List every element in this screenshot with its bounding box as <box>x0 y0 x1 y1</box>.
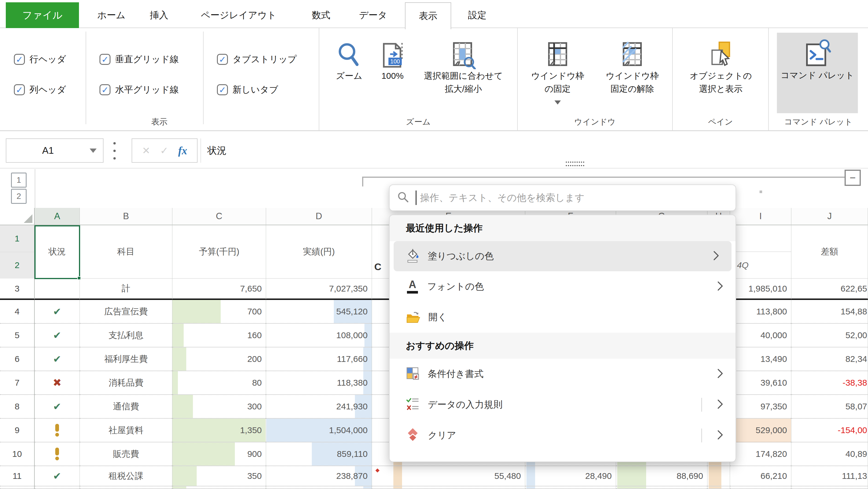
row-header-8[interactable]: 8 <box>0 395 35 419</box>
cell-E11[interactable]: 55,480 <box>372 466 525 486</box>
cell-I7[interactable]: 39,610 <box>730 371 792 395</box>
cell-C11[interactable]: 350 <box>173 466 266 486</box>
cell-C7[interactable]: 80 <box>173 371 266 395</box>
cell-J8[interactable]: 58,07 <box>792 395 868 419</box>
cell-I5[interactable]: 40,000 <box>730 324 792 347</box>
checkbox-horizontal-gridlines[interactable]: ✓ 水平グリッド線 <box>99 83 179 96</box>
cell-D1[interactable]: 実績(円) <box>266 225 372 279</box>
cell-A6[interactable]: ✔ <box>35 347 80 371</box>
palette-search-box[interactable]: 操作、テキスト、その他を検索します <box>389 184 736 211</box>
cell-A11[interactable]: ✔ <box>35 466 80 486</box>
cell-I10[interactable]: 174,820 <box>730 442 792 466</box>
outline-collapse-button[interactable]: − <box>844 170 861 186</box>
cell-B7[interactable]: 消耗品費 <box>80 371 173 395</box>
cell-D10[interactable]: 859,110 <box>266 442 372 466</box>
cell-J11[interactable]: 111,13 <box>792 466 868 486</box>
cell-G[interactable] <box>616 486 708 489</box>
cell-C8[interactable]: 300 <box>173 395 266 419</box>
row-header-2[interactable]: 2 <box>0 252 34 279</box>
zoom-100-button[interactable]: 100 100% <box>371 40 414 82</box>
cell-I2[interactable]: 4Q <box>730 252 791 278</box>
row-header-partial[interactable] <box>0 486 35 489</box>
cell-A5[interactable]: ✔ <box>35 324 80 347</box>
cell-J7[interactable]: -38,38 <box>792 371 868 395</box>
cell-A3[interactable] <box>35 279 80 300</box>
cell-C4[interactable]: 700 <box>173 300 266 324</box>
kebab-menu-icon[interactable] <box>113 142 116 160</box>
cell-D[interactable] <box>266 486 372 489</box>
checkbox-tab-strip[interactable]: ✓ タブストリップ <box>217 53 297 66</box>
cell-B3[interactable]: 計 <box>80 279 173 300</box>
cell-J9[interactable]: -154,00 <box>792 419 868 442</box>
cell-B9[interactable]: 社屋賃料 <box>80 419 173 442</box>
row-header-7[interactable]: 7 <box>0 371 35 395</box>
cell-B4[interactable]: 広告宣伝費 <box>80 300 173 324</box>
tab-settings[interactable]: 設定 <box>460 2 495 28</box>
cell-C9[interactable]: 1,350 <box>173 419 266 442</box>
name-box-dropdown-icon[interactable] <box>90 148 97 153</box>
tab-page-layout[interactable]: ページレイアウト <box>185 2 292 28</box>
cell-A[interactable] <box>35 486 80 489</box>
cell-C5[interactable]: 160 <box>173 324 266 347</box>
palette-item-open[interactable]: 開く <box>390 302 736 333</box>
cell-J3[interactable]: 622,65 <box>792 279 868 300</box>
cell-C[interactable] <box>173 486 266 489</box>
cell-D8[interactable]: 241,930 <box>266 395 372 419</box>
dropdown-arrow-icon[interactable] <box>555 100 561 105</box>
cell-D7[interactable]: 118,380 <box>266 371 372 395</box>
cell-J1[interactable]: 差額 <box>792 225 868 279</box>
tab-file[interactable]: ファイル <box>6 2 79 28</box>
tab-insert[interactable]: 挿入 <box>142 2 177 28</box>
cell-I1[interactable] <box>730 225 791 252</box>
checkbox-new-tab[interactable]: ✓ 新しいタブ <box>217 83 278 96</box>
row-header-11[interactable]: 11 <box>0 466 35 486</box>
select-all-corner[interactable] <box>0 208 35 225</box>
formula-input[interactable]: 状況 <box>200 138 868 163</box>
zoom-button[interactable]: ズーム <box>328 40 371 82</box>
confirm-formula-button[interactable]: ✓ <box>160 145 168 156</box>
cell-A9[interactable] <box>35 419 80 442</box>
cell-D5[interactable]: 108,000 <box>266 324 372 347</box>
palette-item-clear[interactable]: クリア <box>390 420 736 451</box>
command-palette-button[interactable]: コマンド パレット <box>777 40 858 82</box>
cell-J10[interactable]: 40,89 <box>792 442 868 466</box>
cell-D11[interactable]: 238,870 <box>266 466 372 486</box>
row-header-1[interactable]: 1 <box>0 225 34 252</box>
cell-B8[interactable]: 通信費 <box>80 395 173 419</box>
palette-item-font-color[interactable]: A フォントの色 <box>390 271 736 302</box>
row-header-3[interactable]: 3 <box>0 279 35 300</box>
checkbox-vertical-gridlines[interactable]: ✓ 垂直グリッド線 <box>99 53 179 66</box>
cell-A7[interactable]: ✖ <box>35 371 80 395</box>
cell-B[interactable] <box>80 486 173 489</box>
cell-H[interactable] <box>708 486 730 489</box>
freeze-panes-button[interactable]: ウインドウ枠 の固定 <box>522 40 593 105</box>
outline-level-1-button[interactable]: 1 <box>11 173 27 188</box>
cell-H11[interactable] <box>708 466 730 486</box>
cell-B1[interactable]: 科目 <box>80 225 173 279</box>
outline-level-2-button[interactable]: 2 <box>11 189 27 204</box>
cell-A10[interactable] <box>35 442 80 466</box>
cell-J6[interactable]: 82,34 <box>792 347 868 371</box>
zoom-to-selection-button[interactable]: 選択範囲に合わせて 拡大/縮小 <box>414 40 513 95</box>
cell-E[interactable] <box>372 486 525 489</box>
palette-item-fill-color[interactable]: 塗りつぶしの色 <box>394 241 732 271</box>
cell-J[interactable] <box>792 486 868 489</box>
checkbox-row-headers[interactable]: ✓ 行ヘッダ <box>14 53 66 66</box>
cell-F11[interactable]: 28,490 <box>525 466 616 486</box>
formula-bar-resize-grip[interactable] <box>566 162 584 166</box>
cell-B6[interactable]: 福利厚生費 <box>80 347 173 371</box>
cell-D6[interactable]: 117,660 <box>266 347 372 371</box>
column-header-A[interactable]: A <box>35 208 80 225</box>
selection-pane-button[interactable]: オブジェクトの 選択と表示 <box>677 40 764 95</box>
cell-I11[interactable]: 66,210 <box>730 466 792 486</box>
cell-I1[interactable]: 4Q <box>730 225 792 279</box>
tab-home[interactable]: ホーム <box>90 2 133 28</box>
column-header-C[interactable]: C <box>173 208 266 225</box>
cell-A1[interactable]: 状況 <box>35 225 80 279</box>
column-header-I[interactable]: I <box>730 208 792 225</box>
checkbox-column-headers[interactable]: ✓ 列ヘッダ <box>14 83 66 96</box>
cancel-formula-button[interactable]: ✕ <box>142 145 150 156</box>
cell-B11[interactable]: 租税公課 <box>80 466 173 486</box>
cell-I8[interactable]: 97,350 <box>730 395 792 419</box>
cell-I[interactable] <box>730 486 792 489</box>
